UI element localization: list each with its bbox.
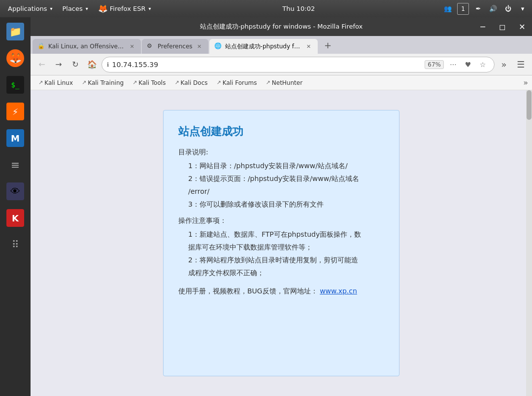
sidebar-item-kreporter[interactable]: K <box>3 206 28 230</box>
footer-text: 使用手册，视频教程，BUG反馈，官网地址： <box>178 287 318 295</box>
bookmark-kali-tools[interactable]: ↗ Kali Tools <box>129 78 169 87</box>
reload-button[interactable]: ↻ <box>68 57 83 72</box>
applications-arrow-icon: ▾ <box>50 6 52 11</box>
bookmark-kali-training[interactable]: ↗ Kali Training <box>78 78 128 87</box>
volume-icon[interactable]: 🔊 <box>488 3 499 14</box>
close-button[interactable]: ✕ <box>512 17 532 36</box>
bookmark-button[interactable]: ☆ <box>476 58 489 71</box>
bookmark-nethunter[interactable]: ↗ NetHunter <box>262 78 307 87</box>
bookmark-label-kali-docs: Kali Docs <box>181 79 208 86</box>
bookmark-icon-forums: ↗ <box>217 79 221 86</box>
address-text: 10.74.155.39 <box>112 61 422 69</box>
bookmark-label-kali-tools: Kali Tools <box>138 79 166 86</box>
sidebar-item-burpsuite[interactable]: ⚡ <box>3 99 28 124</box>
forward-button[interactable]: → <box>51 57 66 72</box>
sidebar-item-grid[interactable]: ⠿ <box>3 232 28 257</box>
bookmark-icon-tools: ↗ <box>133 79 137 86</box>
bookmark-label-kali-training: Kali Training <box>88 79 124 86</box>
window-controls: ─ ◻ ✕ <box>473 17 532 36</box>
sidebar: 📁 🦊 $_ ⚡ M ≡ 👁 K ⠿ <box>0 17 31 396</box>
tab-close-prefs[interactable]: ✕ <box>196 42 203 50</box>
firefox-arrow-icon: ▾ <box>148 6 151 11</box>
applications-label: Applications <box>8 5 47 12</box>
burpsuite-icon: ⚡ <box>6 103 24 120</box>
tabs-bar: 🔒 Kali Linux, an Offensive Secu... ✕ ⚙ P… <box>31 36 532 54</box>
browser-window: 站点创建成功-phpstudy for windows - Mozilla Fi… <box>31 17 532 396</box>
bookmark-kali-linux[interactable]: ↗ Kali Linux <box>34 78 77 87</box>
success-box: 站点创建成功 目录说明: 1：网站目录：/phpstudy安装目录/www/站点… <box>163 110 399 376</box>
address-actions: ··· ♥ ☆ <box>447 58 489 71</box>
places-label: Places <box>62 5 82 12</box>
item3: 3：你可以删除或者修改该目录下的所有文件 <box>188 199 384 211</box>
sidebar-item-eye[interactable]: 👁 <box>3 179 28 204</box>
settings-arrow-icon[interactable]: ▾ <box>517 3 528 14</box>
eye-icon: 👁 <box>6 182 24 200</box>
minimize-button[interactable]: ─ <box>473 17 493 36</box>
tab-kali-linux[interactable]: 🔒 Kali Linux, an Offensive Secu... ✕ <box>33 39 141 54</box>
files-icon: 📁 <box>6 23 24 40</box>
tab-close-kali[interactable]: ✕ <box>128 42 136 50</box>
scrollbar-thumb[interactable] <box>527 90 532 120</box>
footer-link[interactable]: www.xp.cn <box>320 287 357 295</box>
taskbar: Applications ▾ Places ▾ 🦊 Firefox ESR ▾ … <box>0 0 532 17</box>
bookmark-icon-docs: ↗ <box>174 79 179 86</box>
browser-title: 站点创建成功-phpstudy for windows - Mozilla Fi… <box>200 22 363 31</box>
tab-favicon-kali: 🔒 <box>37 42 45 50</box>
extensions-button[interactable]: » <box>497 57 511 72</box>
firefox-taskbar-item[interactable]: 🦊 Firefox ESR ▾ <box>94 2 155 16</box>
applications-menu[interactable]: Applications ▾ <box>4 2 56 16</box>
bookmark-icon-training: ↗ <box>82 79 86 86</box>
firefox-icon: 🦊 <box>98 4 108 13</box>
places-menu[interactable]: Places ▾ <box>58 2 92 16</box>
home-button[interactable]: 🏠 <box>85 57 100 72</box>
section2-label: 操作注意事项： <box>178 215 384 227</box>
bookmark-icon-kali: ↗ <box>38 79 43 86</box>
sidebar-item-maltego[interactable]: M <box>3 126 28 150</box>
bookmarks-more-button[interactable]: » <box>523 78 528 87</box>
address-bar[interactable]: ℹ 10.74.155.39 67% ··· ♥ ☆ <box>101 57 495 72</box>
tab-label-phpstudy: 站点创建成功-phpstudy for w... <box>225 42 302 51</box>
taskbar-clock: Thu 10:02 <box>157 5 440 12</box>
maltego-icon: M <box>6 129 24 147</box>
power-icon[interactable]: ⏻ <box>502 3 513 14</box>
workspace-badge[interactable]: 1 <box>457 3 469 15</box>
reader-view-button[interactable]: ♥ <box>462 58 474 71</box>
op1-line1: 1：新建站点、数据库、FTP可在phpstudy面板操作，数 <box>188 229 384 241</box>
menu-icon: ≡ <box>6 156 24 174</box>
scrollbar-track <box>526 90 532 396</box>
bookmark-label-nethunter: NetHunter <box>272 79 302 86</box>
terminal-icon: $_ <box>6 76 24 94</box>
zoom-level[interactable]: 67% <box>425 60 444 69</box>
hamburger-menu[interactable]: ☰ <box>513 57 528 72</box>
tab-favicon-phpstudy: 🌐 <box>214 42 222 50</box>
more-options-button[interactable]: ··· <box>447 58 460 71</box>
tab-preferences[interactable]: ⚙ Preferences ✕ <box>142 39 208 54</box>
item1: 1：网站目录：/phpstudy安装目录/www/站点域名/ <box>188 160 384 172</box>
page-content: 站点创建成功 目录说明: 1：网站目录：/phpstudy安装目录/www/站点… <box>31 90 532 396</box>
firefox-sidebar-icon: 🦊 <box>6 49 24 67</box>
sidebar-item-menu[interactable]: ≡ <box>3 152 28 177</box>
browser-titlebar: 站点创建成功-phpstudy for windows - Mozilla Fi… <box>31 17 532 36</box>
info-icon: ℹ <box>107 61 109 68</box>
bookmark-icon-nethunter: ↗ <box>266 79 270 86</box>
item2-line1: 2：错误提示页面：/phpstudy安装目录/www/站点域名 <box>188 173 384 185</box>
sidebar-item-files[interactable]: 📁 <box>3 19 28 44</box>
bookmark-label-kali-forums: Kali Forums <box>223 79 257 86</box>
pen-icon: ✒ <box>473 3 484 14</box>
maximize-button[interactable]: ◻ <box>493 17 512 36</box>
grid-icon: ⠿ <box>6 236 24 253</box>
new-tab-button[interactable]: + <box>321 37 335 52</box>
op2-line1: 2：将网站程序放到站点目录时请使用复制，剪切可能造 <box>188 254 384 266</box>
bookmark-label-kali-linux: Kali Linux <box>44 79 73 86</box>
main-area: 📁 🦊 $_ ⚡ M ≡ 👁 K ⠿ 站点创建成功-phpstudy fo <box>0 17 532 396</box>
bookmark-kali-docs[interactable]: ↗ Kali Docs <box>170 78 211 87</box>
tab-phpstudy[interactable]: 🌐 站点创建成功-phpstudy for w... ✕ <box>209 39 318 54</box>
taskbar-right-area: 👥 1 ✒ 🔊 ⏻ ▾ <box>442 3 528 15</box>
bookmarks-bar: ↗ Kali Linux ↗ Kali Training ↗ Kali Tool… <box>31 75 532 90</box>
sidebar-item-firefox[interactable]: 🦊 <box>3 46 28 71</box>
bookmark-kali-forums[interactable]: ↗ Kali Forums <box>213 78 261 87</box>
back-button[interactable]: ← <box>34 57 49 72</box>
tab-close-phpstudy[interactable]: ✕ <box>305 42 313 50</box>
footer-area: 使用手册，视频教程，BUG反馈，官网地址： www.xp.cn <box>178 286 384 297</box>
sidebar-item-terminal[interactable]: $_ <box>3 72 28 97</box>
